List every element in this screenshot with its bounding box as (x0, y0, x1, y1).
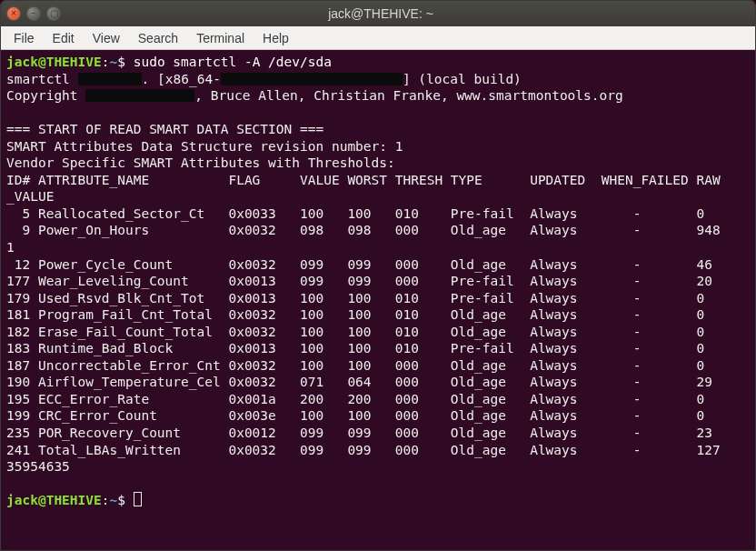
window-title: jack@THEHIVE: ~ (66, 6, 695, 21)
table-row: 12 Power_Cycle_Count 0x0032 099 099 000 … (6, 257, 712, 272)
redacted-arch (221, 73, 403, 85)
redacted-year (85, 89, 194, 102)
maximize-icon[interactable]: ▢ (46, 6, 61, 21)
table-row-wrap: 1 (6, 240, 15, 255)
table-row: 181 Program_Fail_Cnt_Total 0x0032 100 10… (6, 307, 704, 322)
close-icon[interactable]: × (6, 6, 21, 21)
out-hdr2: _VALUE (6, 189, 54, 204)
prompt-path: ~ (110, 55, 118, 69)
prompt-dollar-2: $ (117, 493, 133, 507)
table-row: 199 CRC_Error_Count 0x003e 100 100 000 O… (6, 408, 704, 423)
menu-search[interactable]: Search (131, 29, 185, 47)
out-vendor: Vendor Specific SMART Attributes with Th… (6, 155, 395, 170)
table-row: 179 Used_Rsvd_Blk_Cnt_Tot 0x0013 100 100… (6, 291, 704, 306)
table-row: 182 Erase_Fail_Count_Total 0x0032 100 10… (6, 325, 704, 339)
out-smartctl-a: smartctl (6, 72, 78, 86)
out-smartctl-b: . [x86_64- (142, 72, 221, 86)
table-row: 187 Uncorrectable_Error_Cnt 0x0032 100 1… (6, 358, 704, 373)
prompt-sep-2: : (102, 493, 110, 507)
table-row: 177 Wear_Leveling_Count 0x0013 099 099 0… (6, 274, 712, 288)
prompt-dollar: $ (117, 55, 133, 69)
cursor-icon (134, 492, 142, 506)
out-copyright-b: , Bruce Allen, Christian Franke, www.sma… (194, 88, 622, 103)
menu-view[interactable]: View (85, 29, 127, 47)
table-row-wrap: 35954635 (6, 459, 70, 474)
out-hdr1: ID# ATTRIBUTE_NAME FLAG VALUE WORST THRE… (6, 173, 721, 187)
terminal-window: × − ▢ jack@THEHIVE: ~ File Edit View Sea… (0, 0, 756, 551)
minimize-icon[interactable]: − (26, 6, 41, 21)
menubar: File Edit View Search Terminal Help (1, 26, 755, 50)
prompt-sep: : (102, 55, 110, 69)
menu-terminal[interactable]: Terminal (189, 29, 252, 47)
table-row: 5 Reallocated_Sector_Ct 0x0033 100 100 0… (6, 206, 704, 221)
command-text: sudo smartctl -A /dev/sda (134, 55, 332, 69)
table-row: 183 Runtime_Bad_Block 0x0013 100 100 010… (6, 341, 704, 356)
table-row: 190 Airflow_Temperature_Cel 0x0032 071 0… (6, 375, 712, 389)
table-row: 9 Power_On_Hours 0x0032 098 098 000 Old_… (6, 223, 721, 237)
out-copyright-a: Copyright (6, 88, 85, 103)
prompt-userhost: jack@THEHIVE (6, 55, 102, 69)
menu-file[interactable]: File (6, 29, 42, 47)
menu-help[interactable]: Help (255, 29, 296, 47)
terminal-area[interactable]: jack@THEHIVE:~$ sudo smartctl -A /dev/sd… (1, 50, 755, 550)
table-row: 195 ECC_Error_Rate 0x001a 200 200 000 Ol… (6, 392, 704, 406)
redacted-version (78, 73, 142, 85)
out-rev: SMART Attributes Data Structure revision… (6, 139, 403, 154)
table-row: 241 Total_LBAs_Written 0x0032 099 099 00… (6, 443, 721, 457)
table-row: 235 POR_Recovery_Count 0x0012 099 099 00… (6, 426, 712, 440)
prompt-userhost-2: jack@THEHIVE (6, 493, 102, 507)
out-smartctl-c: ] (local build) (403, 72, 522, 86)
prompt-path-2: ~ (110, 493, 118, 507)
menu-edit[interactable]: Edit (45, 29, 82, 47)
out-section-head: === START OF READ SMART DATA SECTION === (6, 122, 323, 136)
titlebar: × − ▢ jack@THEHIVE: ~ (1, 1, 755, 26)
